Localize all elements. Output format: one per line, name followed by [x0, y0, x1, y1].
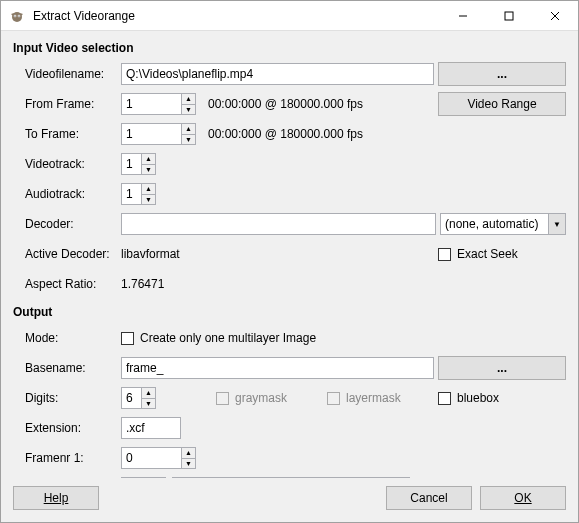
aspect-ratio-value: 1.76471 — [121, 277, 164, 291]
to-frame-input[interactable] — [121, 123, 181, 145]
graymask-label: graymask — [235, 391, 287, 405]
active-decoder-value: libavformat — [121, 247, 438, 261]
basename-browse-button[interactable]: ... — [438, 356, 566, 380]
decoder-auto-select[interactable] — [440, 213, 548, 235]
mode-label: Mode: — [25, 331, 121, 345]
to-frame-fps: 00:00:000 @ 180000.000 fps — [208, 127, 363, 141]
content-area: Input Video selection Videofilename: ...… — [1, 31, 578, 478]
extension-label: Extension: — [25, 421, 121, 435]
chevron-down-icon[interactable]: ▼ — [548, 213, 566, 235]
digits-input[interactable] — [121, 387, 141, 409]
ok-button[interactable]: OK — [480, 486, 566, 510]
close-button[interactable] — [532, 1, 578, 31]
videotrack-label: Videotrack: — [25, 157, 121, 171]
videotrack-input[interactable] — [121, 153, 141, 175]
active-decoder-label: Active Decoder: — [25, 247, 121, 261]
exact-seek-checkbox[interactable]: Exact Seek — [438, 247, 566, 261]
layermask-label: layermask — [346, 391, 401, 405]
graymask-checkbox: graymask — [216, 391, 287, 405]
framenr1-spinner[interactable]: ▲▼ — [121, 447, 196, 469]
spin-up-icon[interactable]: ▲ — [182, 448, 195, 459]
digits-label: Digits: — [25, 391, 121, 405]
videotrack-spinner[interactable]: ▲▼ — [121, 153, 156, 175]
spin-up-icon[interactable]: ▲ — [182, 124, 195, 135]
cancel-button[interactable]: Cancel — [386, 486, 472, 510]
spin-down-icon[interactable]: ▼ — [182, 459, 195, 469]
digits-spinner[interactable]: ▲▼ — [121, 387, 156, 409]
videofilename-label: Videofilename: — [25, 67, 121, 81]
help-button[interactable]: Help — [13, 486, 99, 510]
spin-down-icon[interactable]: ▼ — [182, 105, 195, 115]
svg-point-4 — [18, 15, 19, 16]
basename-input[interactable] — [121, 357, 434, 379]
to-frame-spinner[interactable]: ▲▼ — [121, 123, 196, 145]
audiotrack-label: Audiotrack: — [25, 187, 121, 201]
dialog-footer: Help Cancel OK — [1, 478, 578, 522]
create-one-label: Create only one multilayer Image — [140, 331, 316, 345]
svg-point-3 — [14, 15, 15, 16]
audiotrack-input[interactable] — [121, 183, 141, 205]
input-section-title: Input Video selection — [13, 41, 566, 55]
svg-rect-6 — [505, 12, 513, 20]
spin-down-icon[interactable]: ▼ — [142, 399, 155, 409]
app-icon — [9, 8, 25, 24]
window-title: Extract Videorange — [33, 9, 440, 23]
maximize-button[interactable] — [486, 1, 532, 31]
to-frame-label: To Frame: — [25, 127, 121, 141]
from-frame-spinner[interactable]: ▲▼ — [121, 93, 196, 115]
minimize-button[interactable] — [440, 1, 486, 31]
framenr1-input[interactable] — [121, 447, 181, 469]
framenr1-label: Framenr 1: — [25, 451, 121, 465]
output-section-title: Output — [13, 305, 566, 319]
spin-down-icon[interactable]: ▼ — [182, 135, 195, 145]
from-frame-fps: 00:00:000 @ 180000.000 fps — [208, 97, 438, 111]
spin-up-icon[interactable]: ▲ — [182, 94, 195, 105]
aspect-ratio-label: Aspect Ratio: — [25, 277, 121, 291]
extension-input[interactable] — [121, 417, 181, 439]
create-one-checkbox[interactable]: Create only one multilayer Image — [121, 331, 316, 345]
titlebar: Extract Videorange — [1, 1, 578, 31]
spin-up-icon[interactable]: ▲ — [142, 388, 155, 399]
spin-up-icon[interactable]: ▲ — [142, 154, 155, 165]
dialog-window: Extract Videorange Input Video selection… — [0, 0, 579, 523]
from-frame-label: From Frame: — [25, 97, 121, 111]
spin-down-icon[interactable]: ▼ — [142, 195, 155, 205]
video-range-button[interactable]: Video Range — [438, 92, 566, 116]
spin-up-icon[interactable]: ▲ — [142, 184, 155, 195]
from-frame-input[interactable] — [121, 93, 181, 115]
bluebox-label: bluebox — [457, 391, 499, 405]
decoder-label: Decoder: — [25, 217, 121, 231]
decoder-input[interactable] — [121, 213, 436, 235]
videofilename-browse-button[interactable]: ... — [438, 62, 566, 86]
videofilename-input[interactable] — [121, 63, 434, 85]
basename-label: Basename: — [25, 361, 121, 375]
audiotrack-spinner[interactable]: ▲▼ — [121, 183, 156, 205]
bluebox-checkbox[interactable]: bluebox — [438, 391, 566, 405]
spin-down-icon[interactable]: ▼ — [142, 165, 155, 175]
exact-seek-label: Exact Seek — [457, 247, 518, 261]
layermask-checkbox: layermask — [327, 391, 401, 405]
